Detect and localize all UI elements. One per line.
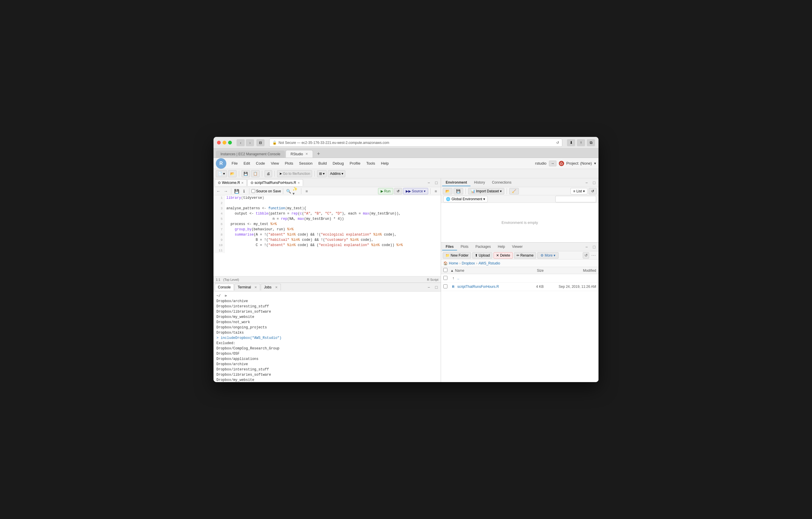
goto-file-button[interactable]: ➤ Go to file/function: [277, 170, 312, 177]
import-dropdown[interactable]: ▾: [500, 189, 502, 193]
tab-help[interactable]: Help: [494, 243, 509, 250]
search-icon[interactable]: 🔍: [285, 188, 292, 194]
breadcrumb-dropbox[interactable]: Dropbox: [462, 261, 475, 265]
sidebar-button[interactable]: ⊟: [256, 139, 265, 146]
workspace-button[interactable]: ⊞ ▾: [317, 170, 327, 177]
script-close[interactable]: ✕: [297, 181, 300, 185]
addins-button[interactable]: Addins ▾: [328, 170, 345, 177]
parent-dir-link[interactable]: ..: [456, 276, 520, 280]
tab-welcome-r[interactable]: ⊙ Welcome.R ✕: [215, 179, 247, 186]
minimize-console-button[interactable]: −: [426, 284, 432, 291]
wand-icon[interactable]: ✨ ▾: [293, 188, 299, 194]
breadcrumb-home[interactable]: Home: [449, 261, 458, 265]
menu-help[interactable]: Help: [378, 160, 392, 167]
file-check-script[interactable]: [443, 284, 450, 289]
menu-plots[interactable]: Plots: [282, 160, 296, 167]
menu-tools[interactable]: Tools: [364, 160, 378, 167]
header-size[interactable]: Size: [520, 269, 544, 273]
editor-more-icon[interactable]: ≡: [433, 188, 439, 194]
save-workspace-button[interactable]: 💾: [454, 188, 463, 194]
clear-console-button[interactable]: 🧹: [509, 188, 519, 194]
tab-jobs[interactable]: Jobs ✕: [261, 284, 281, 291]
tab-plots[interactable]: Plots: [457, 243, 472, 250]
editor-save-icon[interactable]: 💾: [233, 188, 240, 194]
tab-files[interactable]: Files: [442, 243, 457, 250]
maximize-env-button[interactable]: □: [591, 180, 597, 186]
download-button[interactable]: ⬇: [567, 139, 575, 146]
source-on-save-checkbox[interactable]: [252, 189, 255, 193]
header-name[interactable]: ▲ Name: [450, 269, 520, 273]
tab-ec2[interactable]: Instances | EC2 Management Console: [216, 151, 285, 158]
forward-button[interactable]: ›: [246, 139, 254, 146]
rename-button[interactable]: ✏ Rename: [514, 252, 536, 258]
header-checkbox[interactable]: [443, 268, 450, 273]
global-env-selector[interactable]: 🌐 Global Environment ▾: [443, 196, 488, 202]
more-button[interactable]: ⚙ More ▾: [537, 252, 558, 258]
new-tab-button[interactable]: ⧉: [587, 139, 595, 146]
upload-button[interactable]: ⬆ Upload: [472, 252, 492, 258]
list-icon[interactable]: ≡: [303, 188, 310, 194]
close-button[interactable]: [217, 141, 221, 144]
files-options-button[interactable]: ⋯: [590, 252, 597, 258]
minimize-files-button[interactable]: −: [583, 244, 590, 250]
minimize-editor-button[interactable]: −: [426, 180, 432, 186]
minimize-button[interactable]: [223, 141, 226, 144]
new-browser-tab-button[interactable]: +: [315, 150, 322, 158]
refresh-env-button[interactable]: ↺: [588, 188, 597, 194]
select-all-checkbox[interactable]: [443, 268, 447, 272]
console-content[interactable]: ~/ ⊳ Dropbox/archive Dropbox/interesting…: [213, 292, 441, 382]
list-dropdown[interactable]: ▾: [583, 189, 585, 193]
project-dropdown-icon[interactable]: ▾: [594, 161, 596, 165]
print-button[interactable]: 🖨: [265, 170, 272, 177]
editor-info-icon[interactable]: ℹ: [241, 188, 247, 194]
menu-view[interactable]: View: [268, 160, 282, 167]
tab-rstudio[interactable]: RStudio ✕: [286, 150, 313, 158]
new-file-dropdown[interactable]: ▾: [223, 172, 225, 176]
source-on-save-label[interactable]: Source on Save: [252, 189, 281, 193]
env-dropdown-icon[interactable]: ▾: [483, 197, 485, 201]
header-modified[interactable]: Modified: [544, 269, 596, 273]
source-button[interactable]: ▶▶ Source ▾: [403, 188, 428, 194]
open-file-button[interactable]: 📂: [228, 170, 236, 177]
tab-history[interactable]: History: [470, 179, 488, 186]
import-dataset-button[interactable]: 📊 Import Dataset ▾: [468, 188, 504, 194]
tab-packages[interactable]: Packages: [472, 243, 494, 250]
menu-debug[interactable]: Debug: [329, 160, 347, 167]
tab-console[interactable]: Console: [215, 284, 234, 291]
welcome-r-close[interactable]: ✕: [241, 181, 243, 185]
tab-environment[interactable]: Environment: [442, 179, 470, 186]
file-check-parent[interactable]: [443, 276, 450, 281]
new-folder-button[interactable]: 📁 New Folder: [443, 252, 471, 258]
menu-profile[interactable]: Profile: [347, 160, 364, 167]
menu-file[interactable]: File: [229, 160, 241, 167]
delete-button[interactable]: ✕ Delete: [493, 252, 513, 258]
back-nav-button[interactable]: ←: [215, 188, 222, 194]
maximize-files-button[interactable]: □: [591, 244, 597, 250]
env-search-input[interactable]: [555, 196, 596, 202]
menu-build[interactable]: Build: [316, 160, 330, 167]
source-dropdown-icon[interactable]: ▾: [424, 189, 426, 193]
workspace-dropdown[interactable]: ▾: [323, 172, 325, 176]
jobs-tab-close[interactable]: ✕: [275, 285, 278, 289]
tab-connections[interactable]: Connections: [489, 179, 515, 186]
new-file-button[interactable]: 📄 ▾: [216, 170, 227, 177]
menu-edit[interactable]: Edit: [241, 160, 253, 167]
load-workspace-button[interactable]: 📂: [443, 188, 453, 194]
maximize-editor-button[interactable]: □: [433, 180, 439, 186]
tab-terminal[interactable]: Terminal ✕: [234, 284, 260, 291]
run-button[interactable]: ▶ Run: [378, 188, 393, 194]
back-button[interactable]: ‹: [236, 139, 245, 146]
address-bar[interactable]: 🔓 Not Secure — ec2-35-176-33-221.eu-west…: [269, 139, 562, 147]
menu-code[interactable]: Code: [253, 160, 268, 167]
script-file-link[interactable]: scriptThatRunsForHours.R: [456, 284, 520, 289]
breadcrumb-aws[interactable]: AWS_Rstudio: [478, 261, 500, 265]
menu-session[interactable]: Session: [296, 160, 315, 167]
maximize-button[interactable]: [228, 141, 232, 144]
maximize-console-button[interactable]: □: [433, 284, 439, 291]
power-button[interactable]: ⏻: [559, 161, 564, 166]
signout-button[interactable]: →: [549, 161, 556, 166]
list-view-selector[interactable]: ≡ List ▾: [571, 188, 587, 194]
tab-script[interactable]: ⊙ scriptThatRunsForHours.R ✕: [247, 179, 303, 186]
tab-rstudio-close[interactable]: ✕: [306, 152, 308, 156]
tab-viewer[interactable]: Viewer: [509, 243, 526, 250]
